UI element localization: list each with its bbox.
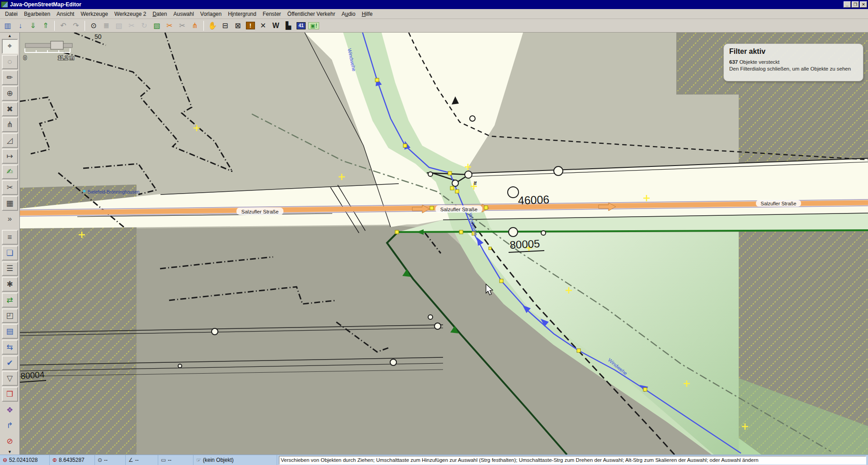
preferences-button[interactable]: ≣ <box>100 20 112 32</box>
ruler-icon: ▭ <box>161 457 166 463</box>
filter-hidden-count: 637 <box>729 59 738 65</box>
menu-oeffentlicher-verkehr[interactable]: Öffentlicher Verkehr <box>284 9 339 19</box>
pointer-icon: ☞ <box>196 457 201 463</box>
tool-unglue[interactable]: ⋔ <box>2 117 18 132</box>
toggle-command-stack[interactable]: ❒ <box>2 387 18 402</box>
scissors-icon: ✂ <box>128 22 134 29</box>
menu-datei[interactable]: Datei <box>2 9 21 19</box>
x11-button[interactable]: 41 <box>295 20 307 32</box>
map-canvas[interactable]: Salzufler Straße Salzufler Straße Salzuf… <box>20 33 868 455</box>
search-button[interactable]: ⊙ <box>88 20 99 32</box>
warning-button[interactable]: ! <box>245 20 256 32</box>
hand-tool-button[interactable]: ✋ <box>207 20 218 32</box>
tool-delete-gpx[interactable]: ✂ <box>2 180 18 195</box>
menu-vorlagen[interactable]: Vorlagen <box>197 9 225 19</box>
toggle-map-styles[interactable]: ❖ <box>2 403 18 418</box>
menu-werkzeuge2[interactable]: Werkzeuge 2 <box>111 9 149 19</box>
svg-text:Salzufler Straße: Salzufler Straße <box>440 207 477 212</box>
unglue-button[interactable]: ⋔ <box>189 20 201 32</box>
toggle-tags[interactable]: ❏ <box>2 246 18 261</box>
maximize-button[interactable]: ❐ <box>852 1 859 8</box>
factory-button[interactable]: ▙ <box>283 20 294 32</box>
tool-zoom[interactable]: ⊕ <box>2 86 18 101</box>
zoom-slider-handle[interactable] <box>51 41 63 49</box>
undo-icon: ↶ <box>60 22 66 29</box>
menu-hintergrund[interactable]: Hintergrund <box>225 9 259 19</box>
save-icon: ▥ <box>4 22 11 29</box>
upload-button[interactable]: ⇑ <box>40 20 52 32</box>
parcel-label-80005: 80005 <box>509 237 540 251</box>
toggle-filter[interactable]: ▽ <box>2 371 18 386</box>
tool-select[interactable]: ⌖ <box>2 39 18 54</box>
changeset-icon: ⇄ <box>6 295 13 305</box>
scanned-artifact: 50 <box>94 33 102 40</box>
tool-improve-accuracy[interactable]: ✍ <box>2 165 18 180</box>
filter-notification-panel: Filter aktiv 637 Objekte versteckt Den F… <box>723 43 863 81</box>
set-square-icon: ◿ <box>7 136 13 145</box>
warning-icon: ! <box>246 22 255 29</box>
menu-fenster[interactable]: Fenster <box>259 9 284 19</box>
tool-building[interactable]: ▦ <box>2 196 18 211</box>
svg-text:Salzufler Straße: Salzufler Straße <box>761 201 797 206</box>
combine-icon: ✂ <box>179 22 185 29</box>
toggle-conflicts[interactable]: ⇆ <box>2 340 18 355</box>
split-way-button[interactable]: ✂ <box>164 20 175 32</box>
tool-delete[interactable]: ✖ <box>2 102 18 117</box>
statusbar: ⊖52.0241028 ⊖8.6435287 ⊙-- ∠-- ▭-- ☞(kei… <box>0 455 868 465</box>
sidebar-scroll-down[interactable]: ▼ <box>2 449 18 455</box>
download-gps-button[interactable]: ⇓ <box>27 20 39 32</box>
close-button[interactable]: ✕ <box>860 1 867 8</box>
tool-lasso[interactable]: ◌ <box>2 55 18 70</box>
edit-button-disabled: ✂ <box>126 20 137 32</box>
save-button[interactable]: ▥ <box>2 20 14 32</box>
toggle-changesets[interactable]: ⇄ <box>2 293 18 308</box>
menu-bearbeiten[interactable]: Bearbeiten <box>21 9 53 19</box>
tool-angle-ruler[interactable]: ◿ <box>2 133 18 148</box>
imagery-button[interactable]: ▧ <box>151 20 163 32</box>
transport-button[interactable]: ⊠ <box>232 20 244 32</box>
menu-daten[interactable]: Daten <box>149 9 170 19</box>
filter-panel-count-line: 637 Objekte versteckt <box>729 59 858 66</box>
edit-toolbar: ▲ ⌖ ◌ ✏ ⊕ ✖ ⋔ ◿ ↦ ✍ ✂ ▦ » ≡ ❏ ☰ ✱ ⇄ ◰ ▤ … <box>0 33 20 455</box>
menu-werkzeuge[interactable]: Werkzeuge <box>77 9 111 19</box>
toggle-relations[interactable]: ◰ <box>2 308 18 323</box>
x11-icon: 41 <box>297 22 305 29</box>
toggle-properties[interactable]: ✱ <box>2 277 18 292</box>
street-label-center: Salzufler Straße <box>435 205 482 213</box>
scanned-note: lf <box>474 181 477 186</box>
menu-auswahl[interactable]: Auswahl <box>170 9 197 19</box>
validator-map-button[interactable]: ▣! <box>308 20 320 32</box>
menu-hilfe[interactable]: Hilfe <box>359 9 376 19</box>
no-entry-icon: ⊘ <box>6 437 13 446</box>
toolbar: ▥ ↓ ⇓ ⇑ ↶ ↷ ⊙ ≣ ▧ ✂ ↻ ▧ ✂ ✂ ⋔ ✋ ⊟ ⊠ ! ✕ … <box>0 19 868 33</box>
tool-merge-nodes[interactable]: ↦ <box>2 149 18 164</box>
minimize-button[interactable]: _ <box>844 1 851 8</box>
toggle-layers[interactable]: ≡ <box>2 230 18 245</box>
tool-draw[interactable]: ✏ <box>2 70 18 85</box>
tool-more[interactable]: » <box>2 212 18 227</box>
wms-icon: ▧ <box>115 22 122 29</box>
menu-ansicht[interactable]: Ansicht <box>53 9 77 19</box>
toggle-selection[interactable]: ☰ <box>2 261 18 276</box>
download-osm-button[interactable]: ↓ <box>14 20 26 32</box>
svg-text:Salzufler Straße: Salzufler Straße <box>241 209 278 214</box>
combine-way-button[interactable]: ✂ <box>176 20 188 32</box>
toggle-no-entry[interactable]: ⊘ <box>2 434 18 449</box>
toggle-validator[interactable]: ✔ <box>2 356 18 370</box>
trash-icon: ✖ <box>6 104 13 114</box>
menu-audio[interactable]: Audio <box>338 9 359 19</box>
undo-button[interactable]: ↶ <box>57 20 69 32</box>
toggle-authors[interactable]: ▤ <box>2 324 18 339</box>
car-routing-button[interactable]: ⊟ <box>219 20 231 32</box>
sidebar-scroll-up[interactable]: ▲ <box>2 33 18 38</box>
map-svg: Salzufler Straße Salzufler Straße Salzuf… <box>20 33 868 455</box>
gpx-delete-icon: ✂ <box>6 183 13 192</box>
scale-max: 11.2 m <box>58 55 74 61</box>
tag-icon: ❏ <box>6 248 13 258</box>
toggle-turn-restriction[interactable]: ↱ <box>2 418 18 433</box>
delete-button[interactable]: ✕ <box>257 20 269 32</box>
wikipedia-button[interactable]: W <box>270 20 282 32</box>
unglue-icon: ⋔ <box>192 22 198 29</box>
pencil-icon: ✏ <box>6 73 13 82</box>
redo-button[interactable]: ↷ <box>70 20 82 32</box>
